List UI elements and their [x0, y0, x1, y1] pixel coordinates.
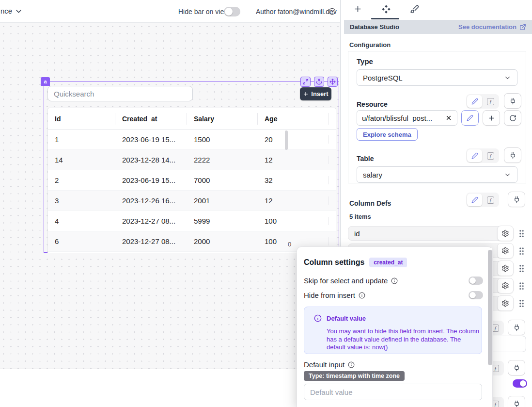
column-settings-gear-button[interactable]: [497, 295, 514, 311]
see-documentation-link[interactable]: See documentation: [458, 23, 526, 31]
pencil-icon[interactable]: [467, 194, 482, 206]
table-cell: 100: [258, 217, 329, 225]
skip-select-update-toggle[interactable]: [469, 277, 483, 285]
paintbrush-icon: [410, 4, 419, 14]
table-cell: 20: [258, 135, 329, 144]
column-settings-gear-button[interactable]: [497, 260, 514, 276]
column-settings-popup: Column settings created_at Skip for sele…: [297, 246, 493, 407]
table-cell: 2023-12-28 14...: [115, 156, 187, 164]
table-row[interactable]: 12023-06-19 15...150020: [48, 130, 336, 150]
add-resource-button[interactable]: [483, 110, 500, 126]
connect-plug-button[interactable]: [508, 192, 525, 207]
column-defs-label: Column Defs: [349, 199, 391, 207]
edit-resource-button[interactable]: [461, 110, 479, 126]
table-row[interactable]: 42023-12-27 08...5999100: [48, 211, 336, 231]
default-value-input[interactable]: [304, 384, 482, 400]
column-header-created_at[interactable]: Created_at: [115, 113, 187, 125]
column-settings-gear-button[interactable]: [497, 243, 514, 259]
column-type-badge: Type: timestamp with time zone: [304, 371, 405, 381]
drag-handle-icon[interactable]: [519, 282, 524, 290]
panel-tabbar: [341, 0, 532, 19]
default-input-label: Default input: [304, 360, 344, 369]
table-row[interactable]: 142023-12-28 14...222212: [48, 150, 336, 170]
author-label: Author faton@windmill.dev: [256, 8, 337, 16]
tab-insert-component[interactable]: [353, 4, 362, 14]
hide-bar-label: Hide bar on view: [178, 8, 229, 16]
drag-handle-icon[interactable]: [519, 247, 524, 255]
connect-plug-button[interactable]: [508, 360, 525, 375]
table-cell: 1: [48, 135, 115, 144]
move-component-handle[interactable]: [328, 77, 338, 87]
resource-mode-switch: ƒ: [466, 94, 499, 109]
quicksearch-input[interactable]: [47, 86, 193, 101]
table-cell: 7000: [187, 176, 258, 184]
table-scrollbar[interactable]: [285, 130, 288, 150]
column-header-id[interactable]: Id: [48, 113, 115, 125]
info-icon: [314, 314, 322, 322]
default-value-alert: Default value You may want to hide this …: [304, 307, 482, 354]
refresh-icon: [509, 114, 516, 122]
pencil-icon: [467, 114, 473, 121]
plug-icon: [513, 364, 520, 372]
type-select[interactable]: PostgreSQL: [357, 69, 517, 86]
configuration-label: Configuration: [349, 41, 391, 49]
clear-icon[interactable]: [445, 114, 452, 121]
drag-handle-icon[interactable]: [519, 229, 524, 237]
popup-title: Column settings: [304, 258, 364, 267]
column-settings-gear-button[interactable]: [497, 226, 514, 241]
app-canvas: a Insert IdCreated_atSalaryAge 12023-06-…: [0, 23, 340, 369]
table-cell: 2023-12-27 08...: [115, 237, 187, 245]
property-toggle[interactable]: [513, 379, 527, 388]
info-icon[interactable]: [391, 277, 398, 284]
column-def-item[interactable]: id: [348, 226, 514, 241]
tab-component-settings[interactable]: [381, 4, 391, 14]
table-row[interactable]: 22023-06-19 15...700032: [48, 170, 336, 191]
table-label: Table: [357, 155, 374, 163]
plus-icon: [488, 114, 495, 122]
function-mode-icon[interactable]: ƒ: [483, 95, 498, 108]
info-icon[interactable]: [359, 292, 365, 299]
plug-icon: [509, 152, 516, 159]
connect-plug-button[interactable]: [504, 147, 521, 163]
info-icon[interactable]: [348, 361, 355, 368]
chevron-down-icon[interactable]: [15, 7, 23, 16]
top-bar: nce Hide bar on view Author faton@windmi…: [0, 0, 340, 23]
function-mode-icon[interactable]: ƒ: [483, 194, 498, 206]
table-row[interactable]: 62023-12-27 08...2000100: [48, 231, 336, 252]
hide-bar-toggle[interactable]: [224, 7, 240, 16]
drag-handle-icon[interactable]: [519, 299, 524, 307]
explore-schema-button[interactable]: Explore schema: [357, 128, 418, 141]
plug-icon: [513, 196, 520, 203]
function-mode-icon[interactable]: ƒ: [483, 149, 498, 162]
pencil-icon[interactable]: [467, 149, 482, 162]
table-cell: 100: [258, 237, 329, 245]
resource-input[interactable]: u/faton/blissful_post...: [357, 110, 457, 126]
table-cell: 3: [48, 196, 115, 205]
app-name-fragment: nce: [0, 7, 12, 15]
refresh-resource-button[interactable]: [504, 110, 521, 126]
anchor-icon[interactable]: [314, 77, 324, 87]
column-header-salary[interactable]: Salary: [187, 113, 258, 125]
expand-component-button[interactable]: [300, 77, 311, 87]
tab-styling[interactable]: [410, 4, 419, 14]
connect-plug-button[interactable]: [504, 93, 521, 109]
table-row[interactable]: 32023-12-26 16...200112: [48, 191, 336, 211]
hide-from-insert-toggle[interactable]: [469, 291, 483, 299]
pencil-icon[interactable]: [467, 95, 482, 108]
table-cell: 6: [48, 237, 115, 245]
table-cell: 32: [258, 176, 329, 184]
column-settings-gear-button[interactable]: [497, 278, 514, 293]
drag-handle-icon[interactable]: [519, 264, 524, 272]
column-header-age[interactable]: Age: [258, 113, 329, 125]
insert-button[interactable]: Insert: [300, 87, 331, 100]
table-cell: 2001: [187, 196, 258, 205]
popup-scrollbar[interactable]: [488, 250, 492, 365]
connect-plug-button[interactable]: [508, 396, 525, 407]
table-body: 12023-06-19 15...150020142023-12-28 14..…: [48, 130, 336, 252]
table-select[interactable]: salary: [357, 166, 517, 183]
resource-label: Resource: [357, 100, 388, 108]
author-info-icon[interactable]: [329, 8, 336, 15]
component-id-badge: a: [41, 77, 50, 86]
column-defs-count: 5 items: [349, 213, 371, 220]
connect-plug-button[interactable]: [508, 320, 525, 335]
